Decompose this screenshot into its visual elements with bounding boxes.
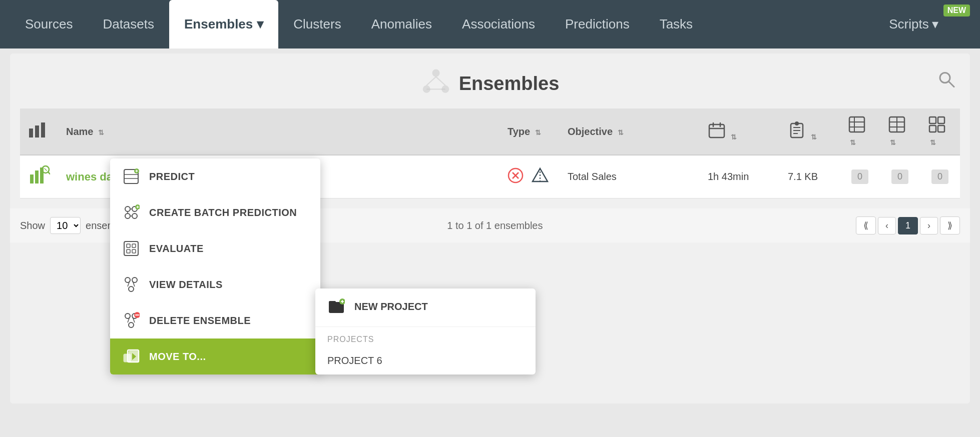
menu-create-batch[interactable]: CREATE BATCH PREDICTION (110, 194, 320, 230)
svg-point-52 (132, 214, 137, 218)
name-sort-icon[interactable]: ⇅ (98, 128, 104, 136)
svg-line-36 (48, 172, 50, 174)
nav-ensembles[interactable]: Ensembles ▾ (169, 0, 278, 48)
col-header-num3[interactable]: ⇅ (920, 108, 960, 155)
page-title: Ensembles (459, 73, 560, 94)
col-header-objective[interactable]: Objective ⇅ (560, 108, 700, 155)
main-content: Ensembles Name ⇅ (10, 54, 970, 404)
menu-delete[interactable]: DELETE ENSEMBLE (110, 302, 320, 338)
num2-sort-icon[interactable]: ⇅ (890, 138, 896, 146)
create-batch-icon (122, 204, 140, 222)
new-badge: NEW (943, 4, 970, 16)
type-sort-icon[interactable]: ⇅ (535, 128, 541, 136)
num3-sort-icon[interactable]: ⇅ (930, 138, 936, 146)
nav-clusters[interactable]: Clusters (278, 0, 356, 48)
row-size-value: 7.1 KB (788, 171, 818, 182)
svg-point-0 (432, 70, 439, 77)
col-header-type[interactable]: Type ⇅ (500, 108, 560, 155)
nav-predictions[interactable]: Predictions (550, 0, 645, 48)
svg-rect-33 (35, 170, 39, 184)
menu-predict-label: PREDICT (149, 171, 195, 182)
project-6-label: PROJECT 6 (327, 355, 382, 366)
menu-predict[interactable]: PREDICT (110, 158, 320, 194)
size-sort-icon[interactable]: ⇅ (811, 133, 817, 141)
nav-sources[interactable]: Sources (10, 0, 88, 48)
last-page-button[interactable]: ⟫ (940, 216, 960, 234)
svg-rect-60 (127, 244, 130, 248)
menu-create-batch-label: CREATE BATCH PREDICTION (149, 207, 297, 218)
row-type-cell (500, 155, 560, 198)
menu-evaluate[interactable]: EVALUATE (110, 230, 320, 266)
delete-icon (122, 312, 140, 330)
show-label: Show (20, 220, 45, 232)
row-time-cell: 1h 43min (700, 155, 780, 198)
prev-page-button[interactable]: ‹ (878, 217, 896, 234)
menu-move-to[interactable]: MOVE TO... (110, 338, 320, 374)
time-sort-icon[interactable]: ⇅ (731, 133, 737, 141)
submenu-divider (315, 326, 536, 327)
svg-point-19 (795, 122, 799, 126)
submenu-new-project[interactable]: NEW PROJECT (315, 288, 536, 324)
nav-ensembles-label: Ensembles (184, 16, 253, 32)
svg-rect-10 (41, 122, 45, 138)
svg-rect-59 (124, 242, 138, 256)
row-num1-badge: 0 (851, 170, 868, 184)
nav-anomalies[interactable]: Anomalies (356, 0, 447, 48)
col-header-num1[interactable]: ⇅ (840, 108, 880, 155)
submenu-project-6[interactable]: PROJECT 6 (315, 347, 536, 374)
nav-scripts[interactable]: Scripts ▾ NEW (889, 16, 970, 32)
svg-rect-63 (132, 250, 136, 253)
svg-rect-32 (30, 174, 34, 184)
pagination-info: 1 to 1 of 1 ensembles (447, 220, 543, 232)
num1-sort-icon[interactable]: ⇅ (850, 138, 856, 146)
col-header-size[interactable]: ⇅ (780, 108, 840, 155)
submenu: NEW PROJECT PROJECTS PROJECT 6 (315, 288, 536, 374)
nav-tasks[interactable]: Tasks (645, 0, 708, 48)
ensemble-header-icon (421, 68, 451, 98)
row-num3-cell: 0 (920, 155, 960, 198)
page-title-area: Ensembles (421, 68, 560, 98)
menu-delete-label: DELETE ENSEMBLE (149, 315, 251, 326)
row-num2-badge: 0 (891, 170, 908, 184)
svg-point-49 (125, 206, 130, 212)
first-page-button[interactable]: ⟪ (856, 216, 876, 234)
row-time-value: 1h 43min (708, 171, 749, 182)
nav-associations[interactable]: Associations (447, 0, 550, 48)
col-header-time[interactable]: ⇅ (700, 108, 780, 155)
svg-rect-62 (127, 250, 130, 253)
svg-rect-29 (938, 117, 944, 124)
search-button[interactable] (938, 71, 955, 92)
status-cancel-icon[interactable] (508, 168, 524, 187)
row-num2-cell: 0 (880, 155, 920, 198)
row-num3-badge: 0 (931, 170, 948, 184)
move-to-icon (122, 348, 140, 366)
svg-line-7 (949, 82, 954, 87)
svg-rect-8 (29, 128, 33, 138)
nav-datasets[interactable]: Datasets (88, 0, 169, 48)
svg-rect-30 (929, 126, 936, 132)
svg-point-71 (129, 322, 134, 328)
page-header: Ensembles (10, 54, 970, 108)
col-header-num2[interactable]: ⇅ (880, 108, 920, 155)
svg-rect-81 (329, 301, 336, 304)
objective-sort-icon[interactable]: ⇅ (618, 128, 624, 136)
nav-scripts-label: Scripts (889, 16, 928, 32)
svg-rect-28 (929, 117, 936, 124)
context-menu: PREDICT CREATE BATCH PREDICTION (110, 158, 320, 374)
per-page-select[interactable]: 10 25 50 (50, 217, 81, 234)
svg-line-3 (426, 77, 436, 86)
view-details-icon (122, 276, 140, 294)
row-objective-cell: Total Sales (560, 155, 700, 198)
predict-icon (122, 168, 140, 186)
current-page-button[interactable]: 1 (898, 217, 918, 234)
svg-rect-20 (849, 117, 864, 132)
ensemble-type-icon (532, 171, 549, 186)
next-page-button[interactable]: › (920, 217, 938, 234)
row-num1-cell: 0 (840, 155, 880, 198)
menu-view-details[interactable]: VIEW DETAILS (110, 266, 320, 302)
svg-rect-31 (938, 126, 944, 132)
menu-move-to-label: MOVE TO... (149, 351, 206, 362)
dropdown-arrow-icon: ▾ (257, 16, 263, 32)
col-header-name[interactable]: Name ⇅ (58, 108, 500, 155)
new-project-icon (327, 298, 345, 316)
